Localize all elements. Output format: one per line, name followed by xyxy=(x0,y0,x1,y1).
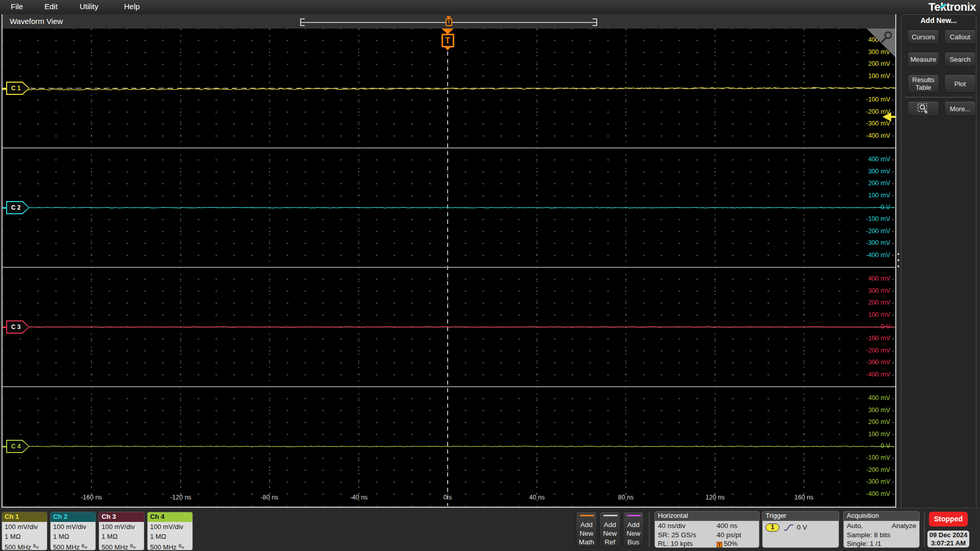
callout-button[interactable]: Callout xyxy=(944,30,976,44)
run-stop-status-button[interactable]: Stopped xyxy=(929,512,968,527)
trigger-position-marker[interactable]: T xyxy=(440,29,455,51)
input-impedance: 1 MΩ xyxy=(53,532,95,542)
x-axis-label: 160 ns xyxy=(786,494,822,501)
menu-help[interactable]: Help xyxy=(124,2,140,11)
channel-edge-tick xyxy=(3,88,6,89)
channel-badge-c4[interactable]: C 4 xyxy=(6,440,30,453)
mini-trigger-t-icon: T xyxy=(446,18,452,26)
zoom-select-button[interactable] xyxy=(908,101,939,116)
datetime-badge: 09 Dec 2024 3:07:21 AM xyxy=(927,531,969,547)
acquisition-analyze: Analyze xyxy=(892,521,916,531)
channel-badge-c3[interactable]: C 3 xyxy=(6,320,30,334)
y-axis-label: 200 mV xyxy=(849,299,890,306)
channel-name: Ch 2 xyxy=(51,512,95,522)
y-axis-label: -200 mV xyxy=(849,228,890,235)
menu-utility[interactable]: Utility xyxy=(80,2,99,11)
add-new-label: Add New Ref xyxy=(600,520,620,546)
y-axis-label: -100 mV xyxy=(849,454,890,461)
rising-edge-icon xyxy=(783,523,794,532)
waveform-ch3 xyxy=(3,327,895,328)
separator xyxy=(924,512,925,547)
measure-button[interactable]: Measure xyxy=(908,52,939,67)
magnifier-icon xyxy=(880,31,893,44)
x-axis-label: -40 ns xyxy=(341,494,377,501)
record-length: RL: 10 kpts xyxy=(658,539,717,548)
bandwidth-limit-icon: Bw xyxy=(179,543,184,548)
channel-name: Ch 1 xyxy=(2,512,47,522)
input-impedance: 1 MΩ xyxy=(150,532,192,542)
sidebar: Add New... Cursors Callout Measure Searc… xyxy=(896,14,980,551)
time-label: 3:07:21 AM xyxy=(927,539,969,547)
y-axis-label: 200 mV xyxy=(849,180,890,187)
trigger-position-percent: T50% xyxy=(717,539,738,548)
y-axis-label: 0 V xyxy=(849,204,890,211)
tab-strip: Waveform View T xyxy=(3,14,895,29)
search-button[interactable]: Search xyxy=(944,52,976,67)
horizontal-scale: 40 ns/div xyxy=(658,521,717,531)
x-axis-label: 40 ns xyxy=(519,494,555,501)
acquisition-panel-title: Acquisition xyxy=(844,512,919,521)
waveform-ch1 xyxy=(3,87,895,90)
x-axis-label: -160 ns xyxy=(74,494,109,501)
horizontal-panel[interactable]: Horizontal 40 ns/div400 ns SR: 25 GS/s40… xyxy=(654,511,760,548)
acquisition-panel[interactable]: Acquisition Auto,Analyze Sample: 8 bits … xyxy=(843,511,920,548)
add-new-bus-button[interactable]: Add New Bus xyxy=(623,512,644,547)
channel-edge-tick xyxy=(3,207,6,209)
input-impedance: 1 MΩ xyxy=(102,532,144,542)
menu-edit[interactable]: Edit xyxy=(44,2,58,11)
add-new-group: Add New... Cursors Callout Measure Searc… xyxy=(901,14,976,548)
add-new-title: Add New... xyxy=(901,16,976,24)
results-table-button[interactable]: Results Table xyxy=(908,74,939,93)
trigger-position-mini-marker[interactable]: T xyxy=(445,16,453,28)
menu-file[interactable]: File xyxy=(11,2,23,11)
add-new-math-button[interactable]: Add New Math xyxy=(576,512,597,547)
channel-badge-c1[interactable]: C 1 xyxy=(6,82,30,95)
waveform-ch2 xyxy=(3,208,895,208)
channel-name: Ch 3 xyxy=(99,512,144,522)
trigger-position-icon: T xyxy=(717,542,722,547)
tab-waveform-view[interactable]: Waveform View xyxy=(10,17,63,26)
y-axis-label: 400 mV xyxy=(849,156,890,163)
y-axis-label: 300 mV xyxy=(849,48,890,56)
horizontal-position-bar[interactable]: T xyxy=(300,18,597,26)
ch2-settings-badge[interactable]: Ch 2100 mV/div1 MΩ500 MHz Bw xyxy=(50,512,96,550)
cursors-button[interactable]: Cursors xyxy=(908,30,939,44)
acquisition-single: Single: 1 /1 xyxy=(847,539,916,548)
plot-button[interactable]: Plot xyxy=(944,74,976,93)
waveform-traces xyxy=(3,29,895,506)
ch1-settings-badge[interactable]: Ch 1100 mV/div1 MΩ500 MHz Bw xyxy=(2,512,47,550)
channel-edge-tick xyxy=(3,446,6,447)
ch4-settings-badge[interactable]: Ch 4100 mV/div1 MΩ500 MHz Bw xyxy=(147,512,193,550)
y-axis-label: 100 mV xyxy=(849,311,890,318)
menu-bar: File Edit Utility Help Tektronix xyxy=(0,0,980,14)
color-stripe xyxy=(580,515,594,516)
y-axis-label: -100 mV xyxy=(849,335,890,342)
graticule-area[interactable]: T 400 mV300 mV200 mV100 mV-100 mV-200 mV… xyxy=(3,29,895,507)
vertical-scale: 100 mV/div xyxy=(150,522,192,532)
panel-splitter-handle[interactable] xyxy=(897,253,900,270)
more-button[interactable]: More... xyxy=(944,101,976,116)
tektronix-logo: Tektronix xyxy=(928,1,976,14)
ch3-settings-badge[interactable]: Ch 3100 mV/div1 MΩ500 MHz Bw xyxy=(99,512,144,550)
channel-badge-c2[interactable]: C 2 xyxy=(6,201,30,214)
acquisition-mode: Auto, xyxy=(847,521,863,531)
x-axis-label: 0 s xyxy=(430,494,465,501)
y-axis-label: -400 mV xyxy=(849,490,890,497)
trigger-level-arrow[interactable] xyxy=(881,112,895,121)
y-axis-label: 300 mV xyxy=(849,168,890,175)
trigger-panel[interactable]: Trigger 10 V xyxy=(762,511,839,548)
channel-name: Ch 4 xyxy=(148,512,192,522)
bandwidth: 500 MHz Bw xyxy=(5,541,47,550)
add-new-ref-button[interactable]: Add New Ref xyxy=(599,512,621,547)
sample-interval: 40 ps/pt xyxy=(717,531,741,540)
separator xyxy=(649,512,650,547)
waveform-ch4 xyxy=(3,446,895,446)
trigger-t-icon: T xyxy=(442,34,454,47)
waveform-view-panel: Waveform View T T 400 m xyxy=(2,14,896,508)
y-axis-label: -300 mV xyxy=(849,239,890,246)
add-new-label: Add New Bus xyxy=(623,520,644,546)
trigger-level-value: 0 V xyxy=(797,523,807,531)
y-axis-label: 200 mV xyxy=(849,418,890,425)
zoom-select-icon xyxy=(917,103,929,114)
y-axis-label: 300 mV xyxy=(849,407,890,414)
